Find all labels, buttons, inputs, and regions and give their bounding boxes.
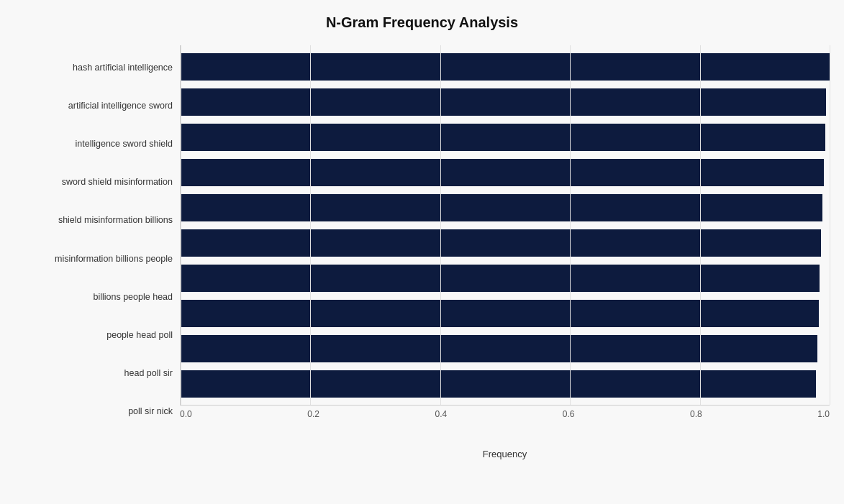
bar [181, 229, 821, 257]
bar [181, 265, 820, 292]
x-tick-label: 1.0 [817, 409, 830, 419]
x-tick-label: 0.0 [180, 409, 192, 419]
y-axis-label: poll sir nick [14, 406, 173, 417]
bar-row [181, 226, 830, 260]
plot-area [180, 45, 830, 406]
y-axis-label: head poll sir [14, 368, 173, 379]
x-tick-label: 0.4 [435, 409, 448, 419]
x-tick-labels: 0.00.20.40.60.81.0 [180, 409, 830, 419]
bar-row [181, 332, 830, 365]
y-axis-label: intelligence sword shield [14, 139, 173, 150]
bars-container [181, 45, 830, 405]
bar-row [181, 297, 830, 330]
bar-row [181, 156, 830, 189]
chart-container: N-Gram Frequency Analysis hash artificia… [0, 0, 844, 504]
chart-area: hash artificial intelligenceartificial i… [14, 45, 830, 434]
bar [181, 124, 825, 151]
bar-row [181, 86, 830, 119]
bar [181, 370, 816, 398]
bar [181, 53, 830, 81]
y-axis-label: people head poll [14, 330, 173, 341]
x-axis: 0.00.20.40.60.81.0 Frequency [180, 406, 830, 434]
y-axis-label: sword shield misinformation [14, 177, 173, 188]
x-axis-title: Frequency [483, 449, 527, 459]
bar-row [181, 191, 830, 224]
x-tick-label: 0.8 [690, 409, 702, 419]
bar [181, 159, 824, 186]
y-axis-label: misinformation billions people [14, 254, 173, 265]
grid-line [830, 45, 830, 405]
x-tick-label: 0.2 [307, 409, 319, 419]
bar-row [181, 262, 830, 295]
y-axis-label: billions people head [14, 292, 173, 303]
bar-row [181, 367, 830, 400]
bar [181, 335, 817, 362]
bar [181, 88, 826, 116]
y-axis-label: shield misinformation billions [14, 215, 173, 226]
y-axis-label: artificial intelligence sword [14, 101, 173, 111]
y-axis-labels: hash artificial intelligenceartificial i… [14, 45, 180, 434]
y-axis-label: hash artificial intelligence [14, 63, 173, 73]
x-tick-label: 0.6 [563, 409, 575, 419]
bar [181, 300, 819, 327]
chart-title: N-Gram Frequency Analysis [14, 14, 830, 31]
bar-row [181, 50, 830, 83]
bar-row [181, 121, 830, 154]
bar [181, 194, 822, 221]
